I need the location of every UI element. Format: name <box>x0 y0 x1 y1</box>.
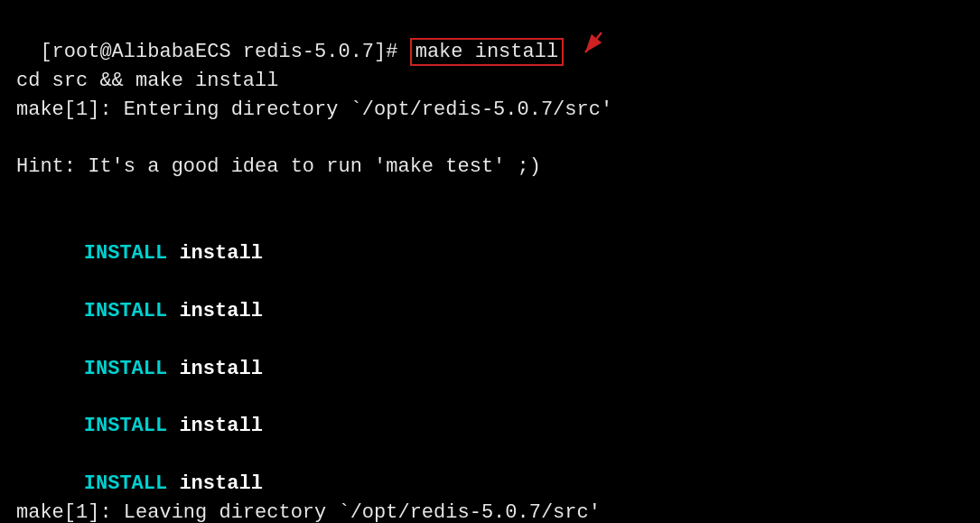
install-keyword-1: INSTALL <box>84 242 167 265</box>
terminal-line-leaving: make[1]: Leaving directory `/opt/redis-5… <box>16 499 964 523</box>
terminal-line-1: [root@AlibabaECS redis-5.0.7]# make inst… <box>16 9 964 67</box>
command-highlight: make install <box>410 38 564 66</box>
install-keyword-4: INSTALL <box>84 415 167 437</box>
terminal-install-1: INSTALL install <box>16 210 964 268</box>
install-rest-2: install <box>167 300 263 322</box>
install-keyword-2: INSTALL <box>84 300 167 322</box>
prompt-text-1: [root@AlibabaECS redis-5.0.7]# <box>40 41 409 63</box>
terminal-install-2: INSTALL install <box>16 268 964 326</box>
arrow-container: make install <box>410 38 564 67</box>
install-rest-4: install <box>167 415 263 437</box>
terminal-install-5: INSTALL install <box>16 441 964 499</box>
terminal-install-4: INSTALL install <box>16 384 964 442</box>
install-rest-5: install <box>167 472 263 495</box>
terminal-line-3: make[1]: Entering directory `/opt/redis-… <box>16 96 964 125</box>
install-keyword-5: INSTALL <box>84 472 167 495</box>
terminal-install-3: INSTALL install <box>16 326 964 384</box>
svg-line-1 <box>585 33 602 52</box>
install-keyword-3: INSTALL <box>84 358 167 380</box>
terminal-line-2: cd src && make install <box>16 67 964 96</box>
arrow-icon <box>567 31 607 56</box>
terminal-empty-1 <box>16 125 964 154</box>
terminal-line-hint: Hint: It's a good idea to run 'make test… <box>16 153 964 182</box>
install-rest-1: install <box>167 242 263 265</box>
terminal-empty-2 <box>16 182 964 210</box>
install-rest-3: install <box>167 358 263 380</box>
